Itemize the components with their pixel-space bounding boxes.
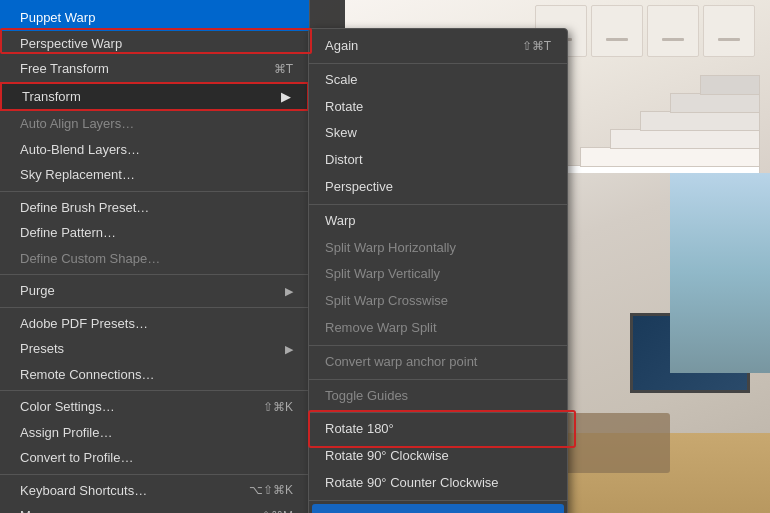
cabinet-row [535,5,755,57]
menu-item-keyboard-shortcuts[interactable]: Keyboard Shortcuts… ⌥⇧⌘K [0,478,309,504]
menu-item-puppet-warp[interactable]: Puppet Warp [0,0,309,31]
submenu-separator-4 [309,379,567,380]
shortcut-label: ⇧⌘K [263,398,293,416]
submenu-item-label: Rotate 180° [325,419,394,440]
menu-item-assign-profile[interactable]: Assign Profile… [0,420,309,446]
cabinet [703,5,755,57]
submenu-item-rotate-90-cw[interactable]: Rotate 90° Clockwise [309,443,567,470]
shortcut-label: ⌥⇧⌘K [249,481,293,499]
menu-item-color-settings[interactable]: Color Settings… ⇧⌘K [0,394,309,420]
menu-item-perspective-warp[interactable]: Perspective Warp [0,31,309,57]
submenu-item-rotate[interactable]: Rotate [309,94,567,121]
submenu-item-label: Distort [325,150,363,171]
submenu-item-label: Convert warp anchor point [325,352,477,373]
submenu-separator-2 [309,204,567,205]
submenu-item-label: Perspective [325,177,393,198]
submenu-item-remove-warp: Remove Warp Split [309,315,567,342]
menu-item-sky-replacement[interactable]: Sky Replacement… [0,162,309,188]
menu-item-label: Remote Connections… [20,365,154,385]
menu-item-label: Transform [22,87,81,107]
submenu-item-again[interactable]: Again ⇧⌘T [309,33,567,60]
submenu-item-rotate-180[interactable]: Rotate 180° [309,416,567,443]
menu-item-label: Define Brush Preset… [20,198,149,218]
menu-item-label: Color Settings… [20,397,115,417]
submenu-item-label: Warp [325,211,356,232]
submenu-separator-6 [309,500,567,501]
submenu-item-rotate-90-ccw[interactable]: Rotate 90° Counter Clockwise [309,470,567,497]
submenu-item-label: Split Warp Crosswise [325,291,448,312]
menu-item-label: Menus… [20,506,72,513]
staircase [550,65,760,180]
menu-item-label: Auto-Blend Layers… [20,140,140,160]
menu-item-purge[interactable]: Purge ▶ [0,278,309,304]
main-menu-panel: Puppet Warp Perspective Warp Free Transf… [0,0,310,513]
submenu-item-skew[interactable]: Skew [309,120,567,147]
menu-item-transform[interactable]: Transform ▶ [0,82,309,112]
menu-item-label: Presets [20,339,64,359]
menu-separator-5 [0,474,309,475]
submenu-item-label: Flip Horizontal [328,508,411,513]
menu-item-define-brush[interactable]: Define Brush Preset… [0,195,309,221]
menu-item-adobe-pdf[interactable]: Adobe PDF Presets… [0,311,309,337]
menu-item-label: Auto Align Layers… [20,114,134,134]
menu-item-label: Puppet Warp [20,8,95,28]
submenu-item-label: Split Warp Horizontally [325,238,456,259]
submenu-item-label: Scale [325,70,358,91]
menu-item-label: Keyboard Shortcuts… [20,481,147,501]
submenu-arrow: ▶ [285,283,293,300]
menu-item-label: Assign Profile… [20,423,112,443]
window-view [670,173,770,373]
menu-item-auto-blend[interactable]: Auto-Blend Layers… [0,137,309,163]
menu-item-label: Free Transform [20,59,109,79]
menu-item-label: Convert to Profile… [20,448,133,468]
menu-item-label: Adobe PDF Presets… [20,314,148,334]
menu-item-label: Define Pattern… [20,223,116,243]
menu-item-presets[interactable]: Presets ▶ [0,336,309,362]
submenu-item-perspective[interactable]: Perspective [309,174,567,201]
submenu-item-flip-horizontal[interactable]: Flip Horizontal ↖ [312,504,564,513]
menu-item-auto-align: Auto Align Layers… [0,111,309,137]
menu-item-label: Define Custom Shape… [20,249,160,269]
menu-separator-2 [0,274,309,275]
menu-item-convert-profile[interactable]: Convert to Profile… [0,445,309,471]
submenu-arrow: ▶ [285,341,293,358]
submenu-item-split-warp-h: Split Warp Horizontally [309,235,567,262]
submenu-item-split-warp-v: Split Warp Vertically [309,261,567,288]
submenu-separator-5 [309,412,567,413]
transform-submenu: Again ⇧⌘T Scale Rotate Skew Distort Pers… [308,28,568,513]
submenu-separator-1 [309,63,567,64]
menu-item-label: Perspective Warp [20,34,122,54]
submenu-item-label: Split Warp Vertically [325,264,440,285]
submenu-item-label: Again [325,36,358,57]
menu-item-define-custom: Define Custom Shape… [0,246,309,272]
submenu-item-label: Rotate [325,97,363,118]
cabinet [591,5,643,57]
menu-separator-1 [0,191,309,192]
menu-separator-3 [0,307,309,308]
menu-item-define-pattern[interactable]: Define Pattern… [0,220,309,246]
submenu-arrow: ▶ [281,87,291,107]
shortcut-label: ⌘T [274,60,293,78]
menu-item-remote-connections[interactable]: Remote Connections… [0,362,309,388]
cursor-icon: ↖ [536,507,548,513]
cabinet [647,5,699,57]
shortcut-label: ⌥⇧⌘M [247,507,293,513]
submenu-item-label: Toggle Guides [325,386,408,407]
submenu-item-convert-warp: Convert warp anchor point [309,349,567,376]
submenu-item-label: Skew [325,123,357,144]
menu-separator-4 [0,390,309,391]
shortcut-label: ⇧⌘T [522,37,551,56]
submenu-item-warp[interactable]: Warp [309,208,567,235]
submenu-item-label: Remove Warp Split [325,318,437,339]
submenu-item-split-warp-c: Split Warp Crosswise [309,288,567,315]
menu-item-menus[interactable]: Menus… ⌥⇧⌘M [0,503,309,513]
submenu-item-scale[interactable]: Scale [309,67,567,94]
submenu-item-toggle-guides: Toggle Guides [309,383,567,410]
submenu-item-label: Rotate 90° Clockwise [325,446,449,467]
submenu-separator-3 [309,345,567,346]
menu-item-label: Sky Replacement… [20,165,135,185]
menu-item-label: Purge [20,281,55,301]
submenu-item-distort[interactable]: Distort [309,147,567,174]
menu-item-free-transform[interactable]: Free Transform ⌘T [0,56,309,82]
submenu-item-label: Rotate 90° Counter Clockwise [325,473,499,494]
